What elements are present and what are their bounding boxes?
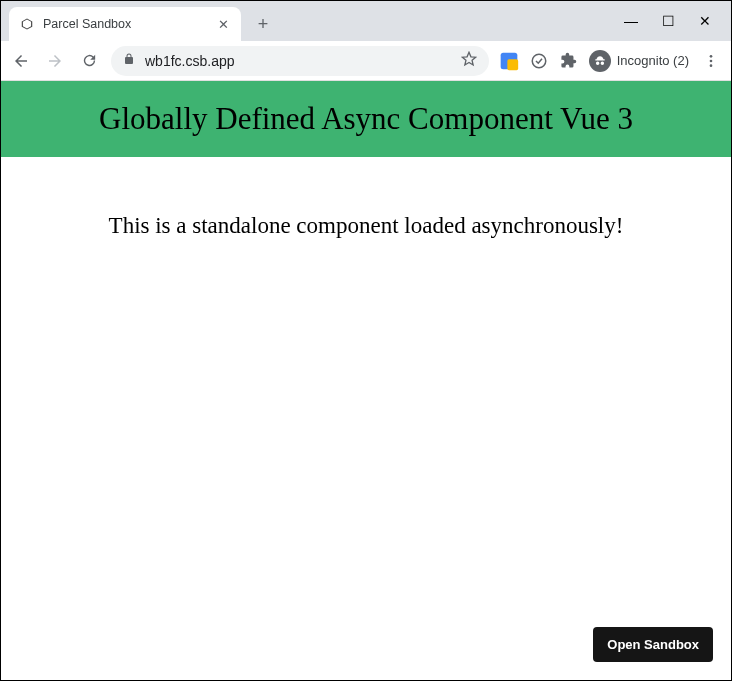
svg-point-4	[710, 59, 713, 62]
svg-point-5	[710, 64, 713, 67]
bookmark-icon[interactable]	[461, 51, 477, 70]
svg-point-3	[710, 55, 713, 58]
tab-close-icon[interactable]: ✕	[215, 16, 231, 32]
menu-button[interactable]	[699, 49, 723, 73]
browser-tab[interactable]: Parcel Sandbox ✕	[9, 7, 241, 41]
extension-translate-icon[interactable]	[499, 51, 519, 71]
forward-button[interactable]	[43, 49, 67, 73]
incognito-icon	[589, 50, 611, 72]
address-bar[interactable]: wb1fc.csb.app	[111, 46, 489, 76]
window-controls: — ☐ ✕	[624, 1, 725, 41]
page-header: Globally Defined Async Component Vue 3	[1, 81, 731, 157]
svg-point-2	[532, 54, 546, 68]
extension-circle-icon[interactable]	[529, 51, 549, 71]
new-tab-button[interactable]: +	[249, 10, 277, 38]
favicon-icon	[19, 16, 35, 32]
incognito-badge[interactable]: Incognito (2)	[589, 50, 689, 72]
open-sandbox-button[interactable]: Open Sandbox	[593, 627, 713, 662]
window-close-button[interactable]: ✕	[699, 13, 711, 29]
page-content: Globally Defined Async Component Vue 3 T…	[1, 81, 731, 680]
incognito-label: Incognito (2)	[617, 53, 689, 68]
page-body-text: This is a standalone component loaded as…	[1, 157, 731, 239]
svg-rect-1	[507, 59, 518, 70]
lock-icon	[123, 53, 135, 68]
extensions-icon[interactable]	[559, 51, 579, 71]
back-button[interactable]	[9, 49, 33, 73]
reload-button[interactable]	[77, 49, 101, 73]
maximize-button[interactable]: ☐	[662, 13, 675, 29]
minimize-button[interactable]: —	[624, 13, 638, 29]
url-text: wb1fc.csb.app	[145, 53, 451, 69]
browser-toolbar: wb1fc.csb.app Incognito (2)	[1, 41, 731, 81]
tab-title: Parcel Sandbox	[43, 17, 207, 31]
titlebar: Parcel Sandbox ✕ + — ☐ ✕	[1, 1, 731, 41]
page-heading: Globally Defined Async Component Vue 3	[11, 101, 721, 137]
